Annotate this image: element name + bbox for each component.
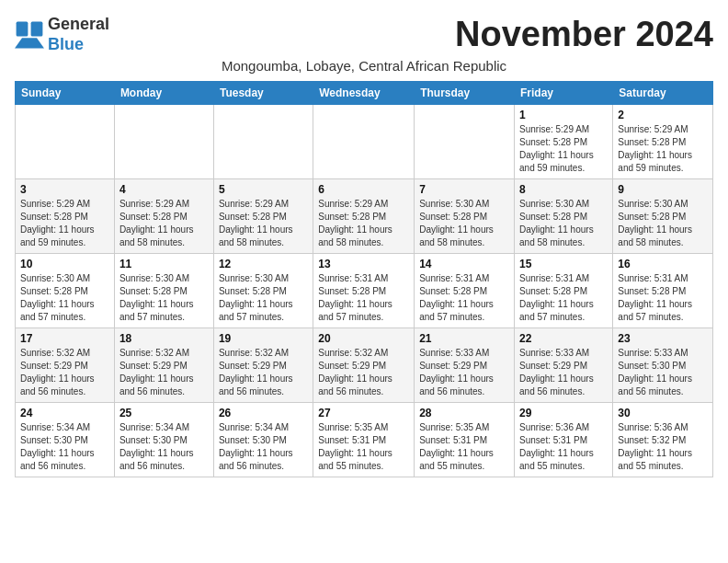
- day-info: Sunrise: 5:32 AM Sunset: 5:29 PM Dayligh…: [119, 347, 209, 398]
- calendar-cell: [114, 105, 213, 179]
- day-info: Sunrise: 5:36 AM Sunset: 5:32 PM Dayligh…: [618, 421, 708, 473]
- day-number: 28: [419, 407, 509, 419]
- week-row-3: 10Sunrise: 5:30 AM Sunset: 5:28 PM Dayli…: [16, 254, 713, 328]
- week-row-2: 3Sunrise: 5:29 AM Sunset: 5:28 PM Daylig…: [16, 179, 713, 254]
- day-number: 17: [20, 332, 109, 345]
- day-number: 23: [618, 332, 708, 345]
- calendar-cell: 30Sunrise: 5:36 AM Sunset: 5:32 PM Dayli…: [613, 403, 713, 477]
- day-info: Sunrise: 5:33 AM Sunset: 5:29 PM Dayligh…: [519, 347, 608, 398]
- day-number: 4: [119, 183, 209, 196]
- calendar-cell: 1Sunrise: 5:29 AM Sunset: 5:28 PM Daylig…: [515, 105, 613, 179]
- day-number: 26: [219, 407, 308, 419]
- calendar-cell: 11Sunrise: 5:30 AM Sunset: 5:28 PM Dayli…: [114, 254, 213, 328]
- day-info: Sunrise: 5:29 AM Sunset: 5:28 PM Dayligh…: [119, 198, 209, 249]
- logo-icon: [15, 20, 44, 50]
- svg-rect-0: [17, 21, 28, 36]
- day-info: Sunrise: 5:32 AM Sunset: 5:29 PM Dayligh…: [219, 347, 308, 398]
- calendar-cell: 4Sunrise: 5:29 AM Sunset: 5:28 PM Daylig…: [114, 179, 213, 254]
- day-info: Sunrise: 5:33 AM Sunset: 5:30 PM Dayligh…: [618, 347, 708, 398]
- subtitle: Mongoumba, Lobaye, Central African Repub…: [15, 58, 713, 74]
- day-number: 12: [219, 258, 308, 270]
- calendar-cell: 6Sunrise: 5:29 AM Sunset: 5:28 PM Daylig…: [313, 179, 415, 254]
- day-info: Sunrise: 5:34 AM Sunset: 5:30 PM Dayligh…: [119, 421, 209, 473]
- day-info: Sunrise: 5:30 AM Sunset: 5:28 PM Dayligh…: [219, 272, 308, 324]
- calendar-cell: 20Sunrise: 5:32 AM Sunset: 5:29 PM Dayli…: [313, 328, 415, 403]
- calendar-cell: 26Sunrise: 5:34 AM Sunset: 5:30 PM Dayli…: [213, 403, 313, 477]
- calendar-cell: 16Sunrise: 5:31 AM Sunset: 5:28 PM Dayli…: [613, 254, 713, 328]
- day-number: 2: [618, 109, 708, 121]
- svg-rect-1: [31, 21, 43, 36]
- day-info: Sunrise: 5:33 AM Sunset: 5:29 PM Dayligh…: [419, 347, 509, 398]
- month-title: November 2024: [455, 15, 713, 54]
- week-row-5: 24Sunrise: 5:34 AM Sunset: 5:30 PM Dayli…: [16, 403, 713, 477]
- header-sunday: Sunday: [16, 82, 115, 105]
- day-info: Sunrise: 5:30 AM Sunset: 5:28 PM Dayligh…: [618, 198, 708, 249]
- calendar-header-row: Sunday Monday Tuesday Wednesday Thursday…: [16, 82, 713, 105]
- header-saturday: Saturday: [613, 82, 713, 105]
- logo-general: General: [48, 15, 109, 35]
- day-info: Sunrise: 5:36 AM Sunset: 5:31 PM Dayligh…: [519, 421, 608, 473]
- day-info: Sunrise: 5:34 AM Sunset: 5:30 PM Dayligh…: [219, 421, 308, 473]
- day-number: 18: [119, 332, 209, 345]
- day-info: Sunrise: 5:29 AM Sunset: 5:28 PM Dayligh…: [219, 198, 308, 249]
- calendar-cell: 28Sunrise: 5:35 AM Sunset: 5:31 PM Dayli…: [415, 403, 515, 477]
- day-number: 21: [419, 332, 509, 345]
- calendar-cell: 15Sunrise: 5:31 AM Sunset: 5:28 PM Dayli…: [515, 254, 613, 328]
- week-row-4: 17Sunrise: 5:32 AM Sunset: 5:29 PM Dayli…: [16, 328, 713, 403]
- header: General Blue November 2024: [15, 15, 713, 54]
- day-info: Sunrise: 5:29 AM Sunset: 5:28 PM Dayligh…: [519, 123, 608, 175]
- day-number: 20: [318, 332, 409, 345]
- day-info: Sunrise: 5:35 AM Sunset: 5:31 PM Dayligh…: [318, 421, 409, 473]
- day-number: 29: [519, 407, 608, 419]
- day-info: Sunrise: 5:32 AM Sunset: 5:29 PM Dayligh…: [20, 347, 109, 398]
- day-number: 6: [318, 183, 409, 196]
- day-number: 9: [618, 183, 708, 196]
- header-tuesday: Tuesday: [213, 82, 313, 105]
- calendar-cell: 27Sunrise: 5:35 AM Sunset: 5:31 PM Dayli…: [313, 403, 415, 477]
- day-info: Sunrise: 5:29 AM Sunset: 5:28 PM Dayligh…: [20, 198, 109, 249]
- calendar-cell: 7Sunrise: 5:30 AM Sunset: 5:28 PM Daylig…: [415, 179, 515, 254]
- day-number: 7: [419, 183, 509, 196]
- calendar-cell: 29Sunrise: 5:36 AM Sunset: 5:31 PM Dayli…: [515, 403, 613, 477]
- week-row-1: 1Sunrise: 5:29 AM Sunset: 5:28 PM Daylig…: [16, 105, 713, 179]
- day-number: 8: [519, 183, 608, 196]
- calendar-cell: 10Sunrise: 5:30 AM Sunset: 5:28 PM Dayli…: [16, 254, 115, 328]
- day-number: 19: [219, 332, 308, 345]
- calendar-cell: 5Sunrise: 5:29 AM Sunset: 5:28 PM Daylig…: [213, 179, 313, 254]
- calendar-cell: 2Sunrise: 5:29 AM Sunset: 5:28 PM Daylig…: [613, 105, 713, 179]
- day-info: Sunrise: 5:32 AM Sunset: 5:29 PM Dayligh…: [318, 347, 409, 398]
- calendar-cell: 9Sunrise: 5:30 AM Sunset: 5:28 PM Daylig…: [613, 179, 713, 254]
- day-info: Sunrise: 5:30 AM Sunset: 5:28 PM Dayligh…: [119, 272, 209, 324]
- day-info: Sunrise: 5:30 AM Sunset: 5:28 PM Dayligh…: [20, 272, 109, 324]
- day-number: 25: [119, 407, 209, 419]
- calendar-cell: [313, 105, 415, 179]
- calendar-cell: 19Sunrise: 5:32 AM Sunset: 5:29 PM Dayli…: [213, 328, 313, 403]
- calendar-cell: [415, 105, 515, 179]
- calendar-cell: 8Sunrise: 5:30 AM Sunset: 5:28 PM Daylig…: [515, 179, 613, 254]
- day-info: Sunrise: 5:30 AM Sunset: 5:28 PM Dayligh…: [419, 198, 509, 249]
- calendar-cell: 21Sunrise: 5:33 AM Sunset: 5:29 PM Dayli…: [415, 328, 515, 403]
- day-number: 15: [519, 258, 608, 270]
- day-number: 3: [20, 183, 109, 196]
- calendar-cell: 25Sunrise: 5:34 AM Sunset: 5:30 PM Dayli…: [114, 403, 213, 477]
- calendar-cell: 12Sunrise: 5:30 AM Sunset: 5:28 PM Dayli…: [213, 254, 313, 328]
- day-number: 14: [419, 258, 509, 270]
- calendar-cell: 17Sunrise: 5:32 AM Sunset: 5:29 PM Dayli…: [16, 328, 115, 403]
- calendar-cell: 23Sunrise: 5:33 AM Sunset: 5:30 PM Dayli…: [613, 328, 713, 403]
- calendar-cell: [16, 105, 115, 179]
- day-info: Sunrise: 5:30 AM Sunset: 5:28 PM Dayligh…: [519, 198, 608, 249]
- day-info: Sunrise: 5:31 AM Sunset: 5:28 PM Dayligh…: [618, 272, 708, 324]
- calendar-cell: 13Sunrise: 5:31 AM Sunset: 5:28 PM Dayli…: [313, 254, 415, 328]
- day-info: Sunrise: 5:29 AM Sunset: 5:28 PM Dayligh…: [318, 198, 409, 249]
- day-number: 24: [20, 407, 109, 419]
- calendar-cell: [213, 105, 313, 179]
- day-info: Sunrise: 5:31 AM Sunset: 5:28 PM Dayligh…: [419, 272, 509, 324]
- day-number: 10: [20, 258, 109, 270]
- day-info: Sunrise: 5:34 AM Sunset: 5:30 PM Dayligh…: [20, 421, 109, 473]
- day-number: 13: [318, 258, 409, 270]
- calendar-cell: 3Sunrise: 5:29 AM Sunset: 5:28 PM Daylig…: [16, 179, 115, 254]
- header-wednesday: Wednesday: [313, 82, 415, 105]
- logo: General Blue: [15, 15, 109, 54]
- day-number: 11: [119, 258, 209, 270]
- day-info: Sunrise: 5:31 AM Sunset: 5:28 PM Dayligh…: [519, 272, 608, 324]
